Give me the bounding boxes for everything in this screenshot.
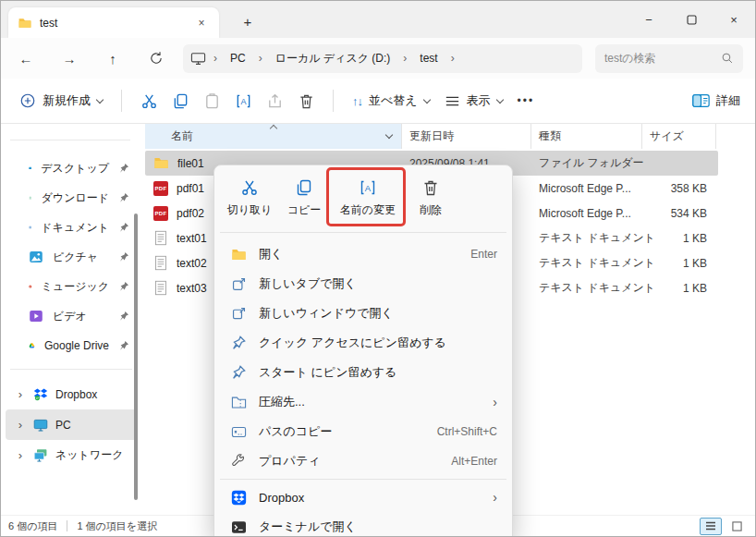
details-pane-button[interactable]: 詳細	[692, 92, 744, 109]
sidebar-item-google-drive[interactable]: Google Drive	[1, 331, 141, 360]
breadcrumb-pc[interactable]: PC	[225, 49, 251, 67]
maximize-button[interactable]	[670, 1, 713, 38]
expander-chevron-icon[interactable]: ›	[15, 387, 26, 401]
more-options-button[interactable]: •••	[510, 94, 543, 107]
wrench-icon	[231, 454, 246, 469]
menu-separator	[220, 479, 506, 480]
expander-chevron-icon[interactable]: ›	[15, 418, 26, 432]
toolbar-divider	[121, 90, 122, 112]
terminal-icon	[231, 520, 247, 534]
menu-item-copy-path[interactable]: パスのコピー Ctrl+Shift+C	[220, 417, 506, 446]
compress-zip-icon	[231, 396, 247, 409]
monitor-icon	[190, 52, 206, 66]
paste-button[interactable]	[196, 85, 227, 116]
downloads-icon	[29, 190, 32, 205]
address-bar[interactable]: › PC › ローカル ディスク (D:) › test ›	[183, 44, 582, 73]
sort-icon: ↑↓	[352, 94, 362, 108]
sidebar-item-videos[interactable]: ビデオ	[1, 301, 141, 331]
column-header-type[interactable]: 種類	[531, 124, 642, 149]
sidebar-divider	[10, 140, 130, 140]
menu-item-properties[interactable]: プロパティ Alt+Enter	[220, 446, 506, 476]
column-header-name[interactable]: 名前	[145, 124, 402, 149]
context-delete-button[interactable]: 削除	[408, 175, 453, 222]
pin-icon	[118, 192, 129, 203]
details-view-icon	[705, 521, 716, 531]
music-icon	[29, 279, 32, 294]
context-cut-button[interactable]: 切り取り	[222, 175, 277, 222]
minimize-button[interactable]: −	[628, 1, 670, 38]
column-header-size[interactable]: サイズ	[642, 124, 716, 149]
search-placeholder: testの検索	[604, 51, 721, 67]
submenu-arrow-icon: ›	[493, 395, 497, 409]
breadcrumb-separator-icon: ›	[212, 52, 219, 65]
expander-chevron-icon[interactable]: ›	[15, 448, 26, 462]
menu-item-compress[interactable]: 圧縮先... ›	[220, 387, 506, 417]
google-drive-icon	[29, 338, 35, 353]
sidebar-item-desktop[interactable]: デスクトップ	[1, 153, 141, 183]
text-file-icon	[153, 280, 168, 296]
tab-close-icon[interactable]: ×	[193, 15, 210, 31]
new-button[interactable]: 新規作成	[12, 87, 110, 115]
search-icon	[721, 52, 734, 65]
rename-button[interactable]: A	[227, 85, 259, 116]
sidebar-scrollbar[interactable]	[134, 214, 138, 500]
sort-button[interactable]: ↑↓ 並べ替え	[345, 87, 437, 115]
menu-separator	[220, 232, 506, 233]
close-button[interactable]: ×	[713, 1, 755, 38]
sidebar-item-pictures[interactable]: ピクチャ	[1, 242, 141, 272]
menu-item-pin-start[interactable]: スタート にピン留めする	[220, 358, 506, 387]
copy-path-icon	[231, 425, 247, 439]
breadcrumb-separator-icon: ›	[449, 52, 457, 65]
filter-chevron-icon[interactable]	[385, 131, 393, 139]
sidebar-item-music[interactable]: ミュージック	[1, 272, 141, 301]
details-pane-label: 詳細	[716, 92, 740, 109]
sidebar-item-documents[interactable]: ドキュメント	[1, 213, 141, 242]
sidebar-item-dropbox[interactable]: › Dropbox	[6, 379, 137, 409]
view-button[interactable]: 表示	[437, 87, 510, 115]
dropbox-icon	[33, 387, 48, 402]
sidebar-item-pc[interactable]: › PC	[6, 409, 137, 440]
pin-icon	[231, 365, 246, 380]
back-button[interactable]: ←	[12, 44, 40, 72]
new-tab-button[interactable]: +	[236, 10, 260, 32]
menu-item-open-terminal[interactable]: ターミナルで開く	[220, 512, 506, 537]
forward-button[interactable]: →	[55, 44, 83, 72]
share-button[interactable]	[259, 85, 290, 116]
menu-item-open-new-window[interactable]: 新しいウィンドウで開く	[220, 299, 506, 328]
pin-icon	[231, 336, 246, 350]
column-header-date[interactable]: 更新日時	[402, 124, 531, 149]
breadcrumb-test[interactable]: test	[414, 49, 443, 67]
sidebar-item-network[interactable]: › ネットワーク	[6, 440, 137, 470]
tab-test[interactable]: test ×	[8, 7, 219, 38]
search-input[interactable]: testの検索	[595, 44, 743, 73]
details-view-toggle[interactable]	[700, 518, 722, 535]
delete-button[interactable]	[290, 85, 322, 116]
context-copy-button[interactable]: コピー	[281, 175, 327, 222]
sidebar-item-downloads[interactable]: ダウンロード	[1, 183, 141, 213]
folder-icon	[153, 156, 169, 170]
command-toolbar: 新規作成 A ↑↓ 並べ替え 表示	[1, 79, 755, 124]
new-button-label: 新規作成	[43, 92, 91, 109]
sidebar: デスクトップ ダウンロード ドキュメント ピクチャ ミュージック	[1, 124, 141, 515]
menu-item-open[interactable]: 開く Enter	[220, 239, 506, 269]
menu-item-pin-quick-access[interactable]: クイック アクセスにピン留めする	[220, 328, 506, 358]
view-button-label: 表示	[467, 92, 491, 109]
icons-view-toggle[interactable]	[726, 518, 748, 535]
copy-button[interactable]	[165, 85, 196, 116]
sort-ascending-icon	[269, 125, 276, 132]
documents-icon	[29, 220, 31, 235]
refresh-button[interactable]	[142, 44, 170, 72]
menu-item-dropbox[interactable]: Dropbox ›	[220, 482, 506, 512]
folder-icon	[18, 16, 32, 31]
cut-button[interactable]	[133, 85, 165, 116]
items-count: 6 個の項目	[8, 519, 57, 533]
copy-icon	[172, 92, 189, 110]
folder-icon	[231, 248, 247, 262]
menu-item-open-new-tab[interactable]: 新しいタブで開く	[220, 269, 506, 299]
up-button[interactable]: ↑	[99, 44, 127, 72]
cut-icon	[140, 92, 158, 110]
breadcrumb-local-disk[interactable]: ローカル ディスク (D:)	[270, 48, 396, 69]
icons-view-icon	[732, 521, 742, 531]
breadcrumb-separator-icon: ›	[401, 52, 408, 65]
pin-icon	[118, 251, 129, 262]
